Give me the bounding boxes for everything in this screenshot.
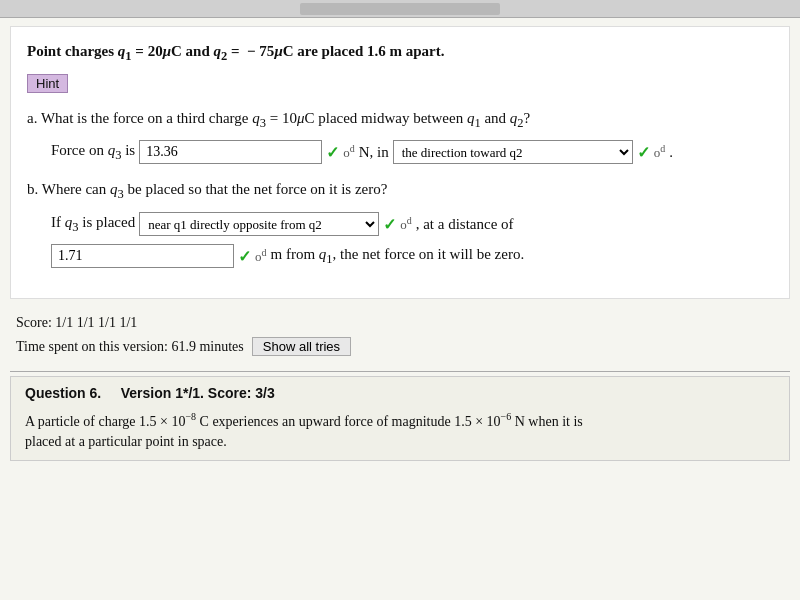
circle-icon-b2: od <box>255 247 267 265</box>
show-tries-button[interactable]: Show all tries <box>252 337 351 356</box>
distance-value-input[interactable] <box>51 244 234 268</box>
period: . <box>669 144 673 161</box>
top-bar-handle <box>300 3 500 15</box>
part-b-label: b. Where can q3 be placed so that the ne… <box>27 178 773 204</box>
score-line: Score: 1/1 1/1 1/1 1/1 <box>16 311 784 335</box>
hint-button[interactable]: Hint <box>27 74 68 93</box>
problem-statement: Point charges q1 = 20μC and q2 = − 75μC … <box>27 41 773 66</box>
if-prefix: If q3 is placed <box>51 214 135 235</box>
part-b: b. Where can q3 be placed so that the ne… <box>27 178 773 268</box>
question6-version: Version 1*/1. Score: 3/3 <box>121 385 275 401</box>
distance-suffix: m from q1, the net force on it will be z… <box>271 246 525 267</box>
question6-text: A particle of charge 1.5 × 10−8 C experi… <box>25 409 775 453</box>
divider <box>10 371 790 372</box>
placement-select[interactable]: near q1 directly opposite from q2 betwee… <box>139 212 379 236</box>
time-line: Time spent on this version: 61.9 minutes… <box>16 335 784 359</box>
part-a: a. What is the force on a third charge q… <box>27 107 773 165</box>
score-section: Score: 1/1 1/1 1/1 1/1 Time spent on thi… <box>0 303 800 367</box>
question6-label: Question 6. <box>25 385 101 401</box>
question6-header: Question 6. Version 1*/1. Score: 3/3 <box>25 385 775 401</box>
at-distance-label: , at a distance of <box>416 216 514 233</box>
unit-label: N, in <box>359 144 389 161</box>
exp1: −8 <box>185 411 196 422</box>
question6-block: Question 6. Version 1*/1. Score: 3/3 A p… <box>10 376 790 462</box>
part-b-row1: If q3 is placed near q1 directly opposit… <box>51 212 773 236</box>
circle-icon-a1: od <box>343 143 355 161</box>
check-icon-a2: ✓ <box>637 143 650 162</box>
part-a-label: a. What is the force on a third charge q… <box>27 107 773 133</box>
part-a-answer-row: Force on q3 is ✓ od N, in the direction … <box>51 140 773 164</box>
check-icon-a1: ✓ <box>326 143 339 162</box>
circle-icon-b1: od <box>400 215 412 233</box>
content-area: Point charges q1 = 20μC and q2 = − 75μC … <box>0 18 800 600</box>
check-icon-b1: ✓ <box>383 215 396 234</box>
top-bar <box>0 0 800 18</box>
time-text: Time spent on this version: 61.9 minutes <box>16 335 244 359</box>
check-icon-b2: ✓ <box>238 247 251 266</box>
part-b-row2: ✓ od m from q1, the net force on it will… <box>51 244 773 268</box>
force-value-input[interactable] <box>139 140 322 164</box>
direction-select[interactable]: the direction toward q2 the direction to… <box>393 140 633 164</box>
force-prefix: Force on q3 is <box>51 142 135 163</box>
question5-block: Point charges q1 = 20μC and q2 = − 75μC … <box>10 26 790 299</box>
exp2: −6 <box>501 411 512 422</box>
circle-icon-a2: od <box>654 143 666 161</box>
